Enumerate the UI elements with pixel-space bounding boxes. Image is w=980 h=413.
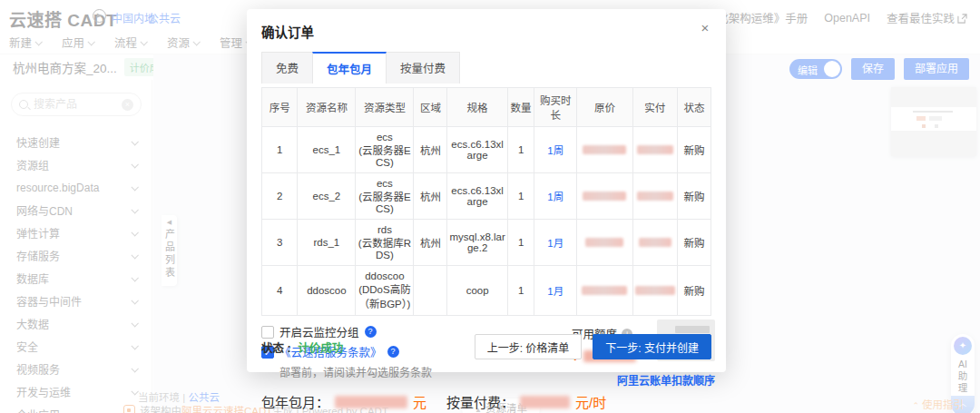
col-duration: 购买时长 — [534, 88, 577, 127]
col-spec: 规格 — [447, 88, 507, 127]
cell-name: ecs_1 — [298, 127, 356, 173]
col-region: 区域 — [414, 88, 447, 127]
order-status: 状态 : 计价成功 — [261, 339, 343, 356]
col-original-price: 原价 — [577, 88, 633, 127]
cell-status: 新购 — [677, 266, 710, 316]
cell-spec: coop — [447, 266, 507, 316]
table-header-row: 序号 资源名称 资源类型 区域 规格 数量 购买时长 原价 实付 状态 — [262, 88, 711, 127]
blurred-price — [637, 145, 673, 154]
order-table: 序号 资源名称 资源类型 区域 规格 数量 购买时长 原价 实付 状态 1 ec… — [261, 87, 711, 316]
cell-status: 新购 — [677, 127, 710, 173]
cell-paid — [632, 173, 677, 220]
type-line1: rds — [358, 224, 411, 235]
table-row: 1 ecs_1 ecs(云服务器ECS) 杭州 ecs.c6.13xlarge … — [262, 127, 711, 173]
cell-duration: 1月 — [534, 220, 577, 266]
cell-spec: ecs.c6.13xlarge — [447, 173, 507, 220]
tab-free[interactable]: 免费 — [261, 52, 312, 84]
prev-step-button[interactable]: 上一步: 价格清单 — [475, 334, 583, 359]
cell-duration: 1周 — [534, 127, 577, 173]
type-line2: (云服务器ECS) — [358, 189, 411, 214]
table-row: 2 ecs_2 ecs(云服务器ECS) 杭州 ecs.c6.13xlarge … — [262, 173, 711, 220]
modal-footer: 状态 : 计价成功 上一步: 价格清单 下一步: 支付并创建 — [261, 334, 711, 359]
prepaid-label: 包年包月： — [261, 392, 329, 411]
billing-tabs: 免费 包年包月 按量付费 — [261, 52, 711, 84]
modal-title: 确认订单 — [261, 22, 711, 41]
type-line1: ddoscoo — [358, 270, 411, 281]
cell-qty: 1 — [507, 127, 534, 173]
blurred-price — [639, 238, 671, 247]
cell-original-price — [577, 220, 633, 266]
cell-type: rds(云数据库RDS) — [356, 220, 414, 266]
cell-paid — [632, 127, 677, 173]
type-line2: (DDoS高防（新BGP）) — [358, 281, 411, 310]
next-step-button[interactable]: 下一步: 支付并创建 — [593, 334, 711, 359]
cell-original-price — [577, 266, 633, 316]
cell-type: ecs(云服务器ECS) — [356, 173, 414, 220]
blurred-price — [585, 238, 623, 247]
blurred-price — [582, 286, 627, 295]
cell-status: 新购 — [677, 173, 710, 220]
blurred-price — [583, 192, 626, 201]
cell-region: 杭州 — [414, 220, 447, 266]
cell-index: 3 — [262, 220, 298, 266]
duration-link[interactable]: 1周 — [547, 145, 564, 156]
cell-region — [414, 266, 447, 316]
cell-duration: 1周 — [534, 173, 577, 220]
type-line2: (云服务器ECS) — [358, 143, 411, 168]
cell-duration: 1月 — [534, 266, 577, 316]
postpaid-unit: 元/时 — [575, 392, 606, 411]
col-name: 资源名称 — [298, 88, 356, 127]
type-line1: ecs — [358, 178, 411, 189]
cell-name: ddoscoo — [298, 266, 356, 316]
col-paid: 实付 — [632, 88, 677, 127]
type-line1: ecs — [358, 132, 411, 143]
table-row: 3 rds_1 rds(云数据库RDS) 杭州 mysql.x8.large.2… — [262, 220, 711, 266]
table-row: 4 ddoscoo ddoscoo(DDoS高防（新BGP）) coop 1 1… — [262, 266, 711, 316]
cell-type: ecs(云服务器ECS) — [356, 127, 414, 173]
status-value: 计价成功 — [298, 342, 343, 355]
cell-type: ddoscoo(DDoS高防（新BGP）) — [356, 266, 414, 316]
type-line2: (云数据库RDS) — [358, 235, 411, 261]
postpaid-label: 按量付费： — [446, 392, 514, 411]
blurred-postpaid-price — [520, 396, 570, 408]
cell-index: 1 — [262, 127, 298, 173]
blurred-price — [635, 286, 675, 295]
close-icon[interactable]: × — [697, 20, 713, 36]
cell-original-price — [577, 173, 633, 220]
blurred-bar — [675, 326, 710, 333]
cell-index: 2 — [262, 173, 298, 220]
cell-name: rds_1 — [298, 220, 356, 266]
cell-index: 4 — [262, 266, 298, 316]
blurred-prepaid-price — [335, 396, 407, 408]
cell-paid — [632, 266, 677, 316]
cell-qty: 1 — [507, 173, 534, 220]
blurred-price — [637, 192, 673, 201]
confirm-order-modal: 确认订单 × 免费 包年包月 按量付费 序号 资源名称 资源类型 区域 规格 数… — [247, 9, 726, 372]
cell-region: 杭州 — [414, 127, 447, 173]
billing-order-link[interactable]: 阿里云账单扣款顺序 — [617, 372, 715, 388]
cell-qty: 1 — [507, 266, 534, 316]
col-status: 状态 — [677, 88, 710, 127]
cell-paid — [632, 220, 677, 266]
tab-subscription[interactable]: 包年包月 — [312, 52, 387, 84]
cell-name: ecs_2 — [298, 173, 356, 220]
blurred-price — [583, 145, 626, 154]
duration-link[interactable]: 1周 — [547, 192, 564, 202]
cell-spec: mysql.x8.large.2 — [447, 220, 507, 266]
tab-pay-as-you-go[interactable]: 按量付费 — [387, 52, 460, 84]
cell-spec: ecs.c6.13xlarge — [447, 127, 507, 173]
prepaid-unit: 元 — [413, 392, 426, 411]
duration-link[interactable]: 1月 — [547, 286, 564, 297]
cell-qty: 1 — [507, 220, 534, 266]
cell-status: 新购 — [677, 220, 710, 266]
col-type: 资源类型 — [356, 88, 414, 127]
col-index: 序号 — [262, 88, 298, 127]
col-qty: 数量 — [507, 88, 534, 127]
status-label: 状态 : — [261, 342, 291, 355]
price-summary: 包年包月： 元 按量付费： 元/时 — [261, 392, 711, 411]
cell-region: 杭州 — [414, 173, 447, 220]
cell-original-price — [577, 127, 633, 173]
duration-link[interactable]: 1月 — [547, 238, 564, 249]
